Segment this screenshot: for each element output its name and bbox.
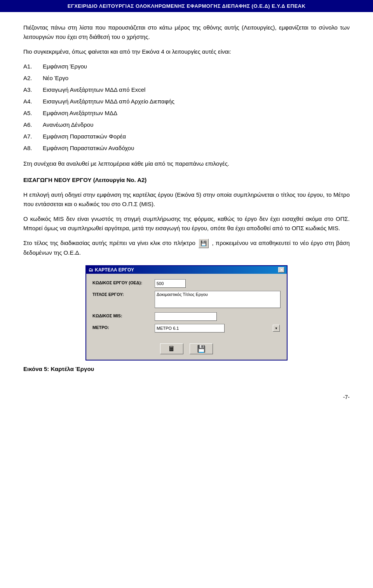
form-row-titlos: ΤΙΤΛΟΣ ΕΡΓΟΥ: Δοκιμαστικός Τίτλος Εργου — [92, 291, 281, 309]
list-item: A6. Ανανέωση Δένδρου — [23, 120, 350, 130]
list-item-text: Ανανέωση Δένδρου — [43, 120, 350, 130]
list-item: A8. Εμφάνιση Παραστατικών Αναδόχου — [23, 144, 350, 153]
section-body-1: Η επιλογή αυτή οδηγεί στην εμφάνιση της … — [23, 190, 350, 209]
list-item: A7. Εμφάνιση Παραστατικών Φορέα — [23, 132, 350, 141]
paragraph-1: Πιέζοντας πάνω στη λίστα που παρουσιάζετ… — [23, 23, 350, 42]
section-title: ΕΙΣΑΓΩΓΗ ΝΕΟΥ ΕΡΓΟΥ (Λειτουργία Νο. Α2) — [23, 175, 350, 185]
chevron-down-icon: ▼ — [273, 325, 280, 332]
list-item: A5. Εμφάνιση Ανεξάρτητων ΜΔΔ — [23, 108, 350, 118]
textarea-titlos-ergou-wrapper: Δοκιμαστικός Τίτλος Εργου — [155, 291, 281, 309]
paragraph-3: Στη συνέχεια θα αναλυθεί με λεπτομέρεια … — [23, 159, 350, 168]
dialog-title-icon: 🗂 — [89, 267, 93, 273]
list-item-text: Εμφάνιση Παραστατικών Αναδόχου — [43, 144, 350, 153]
list-item: A2. Νέο Έργο — [23, 74, 350, 83]
figure-caption: Εικόνα 5: Καρτέλα Έργου — [23, 364, 350, 374]
label-titlos-ergou: ΤΙΤΛΟΣ ΕΡΓΟΥ: — [92, 291, 155, 297]
page-number: -7- — [343, 394, 350, 400]
dialog-body: ΚΩΔΙΚΟΣ ΕΡΓΟΥ (ΟΕΔ): ΤΙΤΛΟΣ ΕΡΓΟΥ: Δοκιμ… — [86, 274, 287, 341]
list-item-id: A7. — [23, 132, 43, 141]
section-body-3: Στο τέλος της διαδικασίας αυτής πρέπει ν… — [23, 238, 350, 257]
list-item-id: A4. — [23, 97, 43, 106]
list-item-id: A1. — [23, 62, 43, 71]
list-item-id: A8. — [23, 144, 43, 153]
list-item-text: Εισαγωγή Ανεξάρτητων ΜΔΔ από Αρχείο Διεπ… — [43, 97, 350, 106]
input-kodikos-ergou[interactable] — [155, 279, 186, 288]
select-metro[interactable]: ΜΕΤΡΟ 6.1 — [155, 324, 225, 332]
page-footer: -7- — [0, 394, 373, 400]
header-title: ΕΓΧΕΙΡΙΔΙΟ ΛΕΙΤΟΥΡΓΙΑΣ ΟΛΟΚΛΗΡΩΜΕΝΗΣ ΕΦΑ… — [68, 3, 306, 9]
paragraph-2: Πιο συγκεκριμένα, όπως φαίνεται και από … — [23, 47, 350, 56]
input-kodikos-mis-wrapper — [155, 312, 281, 321]
label-kodikos-ergou: ΚΩΔΙΚΟΣ ΕΡΓΟΥ (ΟΕΔ): — [92, 279, 155, 285]
list-item-text: Εμφάνιση Παραστατικών Φορέα — [43, 132, 350, 141]
list-item-text: Εμφάνιση Έργου — [43, 62, 350, 71]
list-item: A1. Εμφάνιση Έργου — [23, 62, 350, 71]
textarea-titlos-ergou[interactable]: Δοκιμαστικός Τίτλος Εργου — [155, 291, 281, 308]
form-row-metro: ΜΕΤΡΟ: ΜΕΤΡΟ 6.1 ▼ — [92, 324, 281, 332]
form-row-kodikos: ΚΩΔΙΚΟΣ ΕΡΓΟΥ (ΟΕΔ): — [92, 279, 281, 288]
dialog-wrapper: 🗂 ΚΑΡΤΕΛΑ ΕΡΓΟΥ ✕ ΚΩΔΙΚΟΣ ΕΡΓΟΥ (ΟΕΔ): Τ… — [23, 265, 350, 360]
function-list: A1. Εμφάνιση ΈργουA2. Νέο ΈργοA3. Εισαγω… — [23, 62, 350, 153]
select-metro-wrapper: ΜΕΤΡΟ 6.1 ▼ — [155, 324, 281, 332]
dialog-titlebar: 🗂 ΚΑΡΤΕΛΑ ΕΡΓΟΥ ✕ — [86, 266, 287, 274]
list-item-id: A6. — [23, 120, 43, 130]
form-row-mis: ΚΩΔΙΚΟΣ MIS: — [92, 312, 281, 321]
input-kodikos-mis[interactable] — [155, 312, 217, 321]
save-button[interactable]: 💾 — [190, 343, 213, 354]
content-area: Πιέζοντας πάνω στη λίστα που παρουσιάζετ… — [0, 12, 373, 390]
section-body-2: Ο κωδικός MIS δεν είναι γνωστός τη στιγμ… — [23, 214, 350, 233]
list-item-id: A3. — [23, 85, 43, 94]
list-item-id: A2. — [23, 74, 43, 83]
page-header: ΕΓΧΕΙΡΙΔΙΟ ΛΕΙΤΟΥΡΓΙΑΣ ΟΛΟΚΛΗΡΩΜΕΝΗΣ ΕΦΑ… — [0, 0, 373, 12]
input-kodikos-ergou-wrapper — [155, 279, 281, 288]
list-item-text: Εισαγωγή Ανεξάρτητων ΜΔΔ από Excel — [43, 85, 350, 94]
list-item-id: A5. — [23, 108, 43, 118]
list-item: A4. Εισαγωγή Ανεξάρτητων ΜΔΔ από Αρχείο … — [23, 97, 350, 106]
save-icon-inline: 💾 — [199, 239, 209, 248]
list-item-text: Νέο Έργο — [43, 74, 350, 83]
list-item-text: Εμφάνιση Ανεξάρτητων ΜΔΔ — [43, 108, 350, 118]
section-body-3-pre: Στο τέλος της διαδικασίας αυτής πρέπει ν… — [23, 240, 195, 246]
dialog-title-text: ΚΑΡΤΕΛΑ ΕΡΓΟΥ — [95, 267, 278, 273]
label-metro: ΜΕΤΡΟ: — [92, 324, 155, 330]
list-item: A3. Εισαγωγή Ανεξάρτητων ΜΔΔ από Excel — [23, 85, 350, 94]
dialog-footer: 🖩 💾 — [86, 341, 287, 360]
kartela-ergou-dialog: 🗂 ΚΑΡΤΕΛΑ ΕΡΓΟΥ ✕ ΚΩΔΙΚΟΣ ΕΡΓΟΥ (ΟΕΔ): Τ… — [85, 265, 288, 360]
label-kodikos-mis: ΚΩΔΙΚΟΣ MIS: — [92, 312, 155, 318]
dialog-close-button[interactable]: ✕ — [278, 267, 284, 273]
calculator-button[interactable]: 🖩 — [160, 343, 183, 354]
